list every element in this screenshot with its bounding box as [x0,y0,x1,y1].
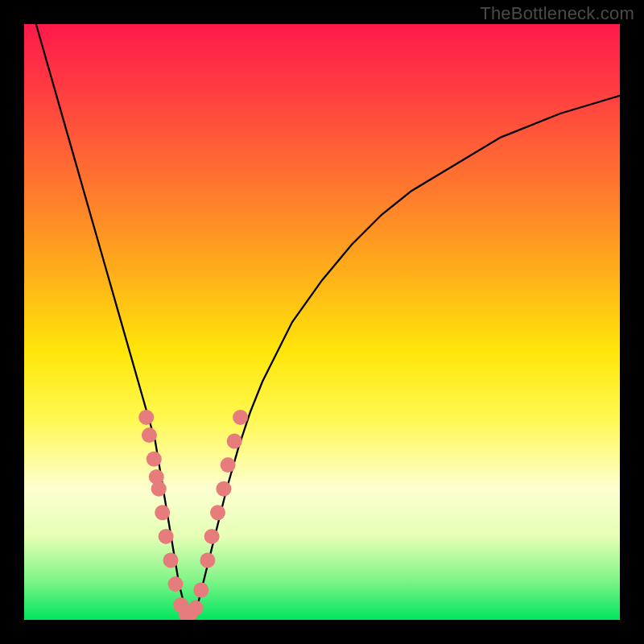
sample-dot [147,452,162,467]
curve-layer [24,24,620,620]
sample-dot [138,410,154,425]
bottleneck-curve [36,24,620,620]
sample-dot [200,553,215,568]
sample-dot [168,576,184,592]
sample-dot [227,434,242,449]
sample-dot [204,529,220,544]
sample-dot [216,481,231,497]
sample-dot [142,427,157,443]
sample-dot [151,481,167,497]
sample-dot [210,505,225,520]
chart-frame: TheBottleneck.com [0,0,644,644]
sample-dot [193,583,208,598]
plot-area [24,24,620,620]
sample-dot [188,601,204,616]
sample-dot [159,529,174,544]
sample-dot [155,505,170,520]
watermark-text: TheBottleneck.com [480,3,634,24]
sample-dot [221,457,236,473]
sample-dot [233,410,248,425]
sample-dot [163,553,179,568]
